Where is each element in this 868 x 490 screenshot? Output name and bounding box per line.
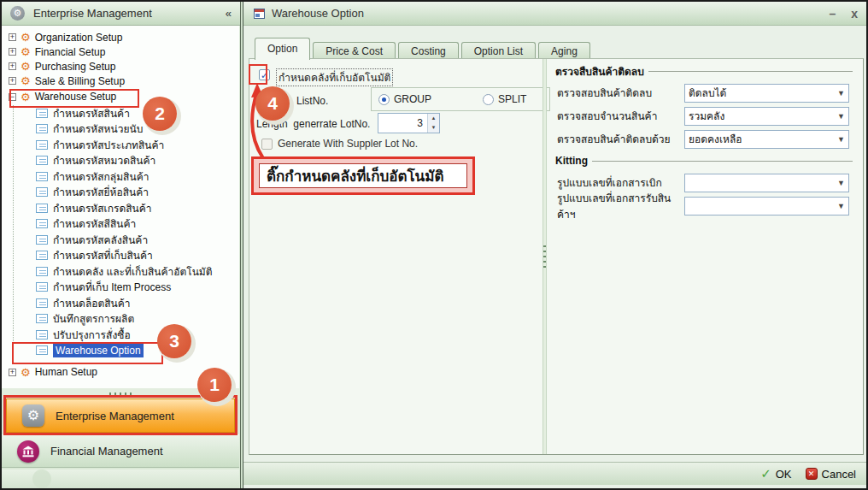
listno-radio-group: GROUP SPLIT — [371, 87, 550, 111]
tree-item-item[interactable]: กำหนดรหัสคลังสินค้า — [2, 232, 239, 248]
option-tab-page: ✓ กำหนดคลังที่เก็บอัตโนมัติ ListNo. GROU… — [249, 58, 864, 455]
negative-check-dropdown[interactable]: รวมคลัง▼ — [684, 107, 849, 126]
tree-item-label: Purchasing Setup — [35, 61, 116, 73]
tree-item-item[interactable]: กำหนดรหัสเกรดสินค้า — [2, 200, 239, 216]
tab-option[interactable]: Option — [255, 38, 310, 60]
gear-icon: ⚙ — [22, 404, 44, 427]
collapse-icon[interactable]: − — [9, 93, 16, 101]
chevron-down-icon: ▼ — [837, 89, 845, 97]
chevron-down-icon: ▼ — [837, 202, 845, 210]
auto-store-checkbox-label: กำหนดคลังที่เก็บอัตโนมัติ — [276, 68, 393, 86]
spin-up-icon[interactable]: ▲ — [428, 114, 439, 123]
expand-icon[interactable]: + — [9, 77, 16, 85]
cancel-label: Cancel — [822, 468, 856, 481]
close-red-icon: ✕ — [806, 468, 818, 480]
tree-item-item[interactable]: กำหนดรหัสยี่ห้อสินค้า — [2, 185, 239, 201]
lot-length-spinner[interactable]: 3 ▲ ▼ — [378, 113, 440, 133]
group-title-line — [592, 161, 853, 162]
tree-item-item[interactable]: บันทึกสูตรการผลิต — [2, 311, 239, 328]
ok-button[interactable]: ✓ OK — [760, 466, 791, 481]
tab-option-list[interactable]: Option List — [461, 42, 536, 60]
ok-label: OK — [776, 468, 792, 481]
radio-selected-icon — [378, 94, 390, 105]
tree-item-label: Warehouse Setup — [35, 91, 117, 103]
tab-costing[interactable]: Costing — [398, 42, 459, 60]
radio-option-split[interactable]: SPLIT — [483, 93, 526, 105]
group-title-text: ตรวจสืบสินค้าติดลบ — [555, 63, 644, 80]
tree-top-items: +⚙Organization Setup+⚙Financial Setup+⚙P… — [2, 30, 239, 88]
tree-item-purchasing-setup[interactable]: +⚙Purchasing Setup — [2, 59, 239, 74]
tree-item-warehouse-option[interactable]: Warehouse Option — [2, 343, 239, 359]
form-list-icon — [36, 282, 48, 292]
gear-icon: ⚙ — [21, 75, 31, 86]
kitting-rows: รูปแบบเลขที่เอกสารเบิก▼รูปแบบเลขที่เอกสา… — [550, 171, 861, 217]
spinner-buttons: ▲ ▼ — [427, 114, 439, 133]
form-icon — [254, 9, 265, 19]
supplier-lot-checkbox[interactable] — [261, 139, 273, 150]
tree-item-item[interactable]: กำหนดรหัสสินค้า — [2, 105, 239, 121]
module-enterprise-management[interactable]: ⚙ Enterprise Management — [6, 398, 235, 433]
tree-item-label: กำหนดรหัสกลุ่มสินค้า — [53, 168, 149, 185]
app-window: ⚙ Enterprise Management « +⚙Organization… — [0, 0, 868, 490]
tree-item-sale-billing-setup[interactable]: +⚙Sale & Billing Setup — [2, 74, 239, 88]
tab-aging[interactable]: Aging — [538, 42, 590, 60]
tree-item-item[interactable]: กำหนดรหัสสีสินค้า — [2, 216, 239, 233]
tree-item-item[interactable]: กำหนดล็อตสินค้า — [2, 295, 239, 311]
negative-check-label: ตรวจสอบจำนวนสินค้า — [557, 108, 684, 124]
tree-item-human-setup[interactable]: + ⚙ Human Setup — [2, 363, 239, 381]
group-title-line — [648, 71, 853, 72]
form-list-icon — [36, 330, 48, 339]
radio-icon — [483, 94, 494, 105]
tree-item-item[interactable]: กำหนดรหัสหมวดสินค้า — [2, 153, 239, 169]
tab-price-cost[interactable]: Price & Cost — [313, 42, 396, 60]
tree-item-label: กำหนดรหัสประเภทสินค้า — [53, 137, 164, 153]
tree-item-item-process[interactable]: กำหนดที่เก็บ Item Process — [2, 280, 239, 296]
tree-item-item[interactable]: ปรับปรุงการสั่งซื้อ — [2, 327, 239, 343]
dialog-titlebar: Warehouse Option – x — [243, 2, 868, 26]
negative-check-dropdown[interactable]: ยอดคงเหลือ▼ — [684, 130, 849, 149]
tree-item-label: Human Setup — [35, 366, 97, 378]
auto-store-checkbox[interactable]: ✓ — [259, 69, 270, 80]
negative-check-dropdown[interactable]: ติดลบได้▼ — [684, 84, 849, 103]
form-list-icon — [36, 298, 48, 308]
kitting-label: รูปแบบเลขที่เอกสารรับสินค้าฯ — [557, 190, 684, 222]
kitting-dropdown[interactable]: ▼ — [684, 174, 849, 192]
collapse-sidebar-icon[interactable]: « — [226, 7, 232, 20]
annotation-note-text: ติ๊กกำหนดคลังที่เก็บอัตโนมัติ — [259, 163, 467, 188]
spin-down-icon[interactable]: ▼ — [428, 123, 439, 133]
close-icon[interactable]: x — [851, 8, 858, 20]
module-partial-row[interactable] — [2, 469, 239, 488]
tree-item-item[interactable]: กำหนดรหัสกลุ่มสินค้า — [2, 168, 239, 185]
tree-item-label: กำหนดรหัสคลังสินค้า — [53, 232, 148, 248]
kitting-dropdown[interactable]: ▼ — [684, 197, 849, 215]
chevron-down-icon: ▼ — [837, 135, 845, 144]
page-splitter[interactable] — [542, 59, 547, 454]
tree-item-warehouse-setup[interactable]: − ⚙ Warehouse Setup — [2, 88, 239, 105]
annotation-note-box: ติ๊กกำหนดคลังที่เก็บอัตโนมัติ — [251, 156, 475, 195]
tree-item-item[interactable]: กำหนดรหัสหน่วยนับ — [2, 121, 239, 138]
expand-icon[interactable]: + — [9, 369, 16, 376]
radio-option-group[interactable]: GROUP — [378, 93, 431, 105]
tree-item-item[interactable]: กำหนดคลัง และที่เก็บสินค้าอัตโนมัติ — [2, 263, 239, 280]
negative-check-row: ตรวจสอบสินค้าติดลบติดลบได้▼ — [550, 81, 861, 104]
cancel-button[interactable]: ✕ Cancel — [806, 468, 856, 481]
minimize-icon[interactable]: – — [829, 8, 836, 20]
dialog-statusbar: ✓ OK ✕ Cancel — [243, 462, 868, 485]
expand-icon[interactable]: + — [9, 48, 16, 56]
negative-check-row: ตรวจสอบสินค้าติดลบด้วยยอดคงเหลือ▼ — [550, 127, 861, 151]
tree-item-label: กำหนดรหัสหมวดสินค้า — [53, 152, 155, 168]
expand-icon[interactable]: + — [9, 62, 16, 70]
tree-item-organization-setup[interactable]: +⚙Organization Setup — [2, 30, 239, 44]
form-list-icon — [36, 251, 48, 260]
gear-icon: ⚙ — [21, 92, 31, 103]
module-financial-management[interactable]: Financial Management — [2, 434, 239, 468]
expand-icon[interactable]: + — [9, 33, 16, 41]
negative-check-rows: ตรวจสอบสินค้าติดลบติดลบได้▼ตรวจสอบจำนวนส… — [550, 81, 861, 151]
form-list-icon — [36, 267, 48, 276]
tree-item-item[interactable]: กำหนดรหัสประเภทสินค้า — [2, 137, 239, 153]
tree-item-item[interactable]: กำหนดรหัสที่เก็บสินค้า — [2, 248, 239, 264]
tree-item-label: กำหนดรหัสสินค้า — [53, 105, 130, 121]
tree-item-financial-setup[interactable]: +⚙Financial Setup — [2, 44, 239, 59]
tree-item-label: กำหนดรหัสยี่ห้อสินค้า — [53, 184, 149, 200]
module-label: Enterprise Management — [56, 410, 174, 422]
